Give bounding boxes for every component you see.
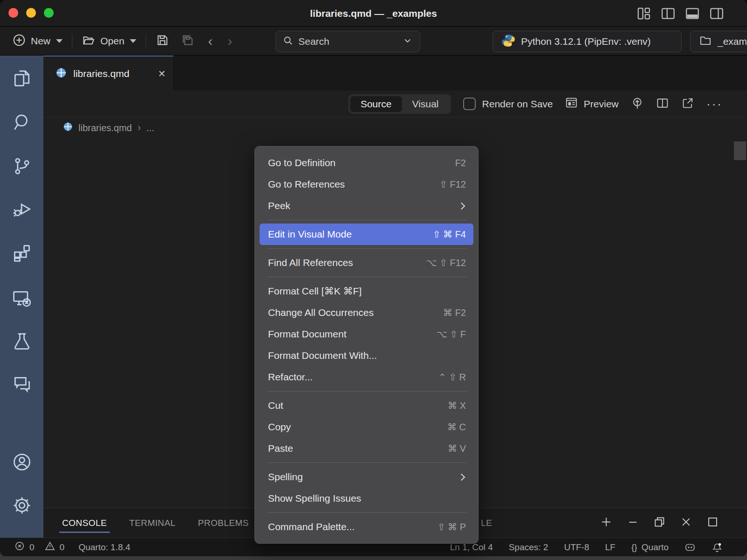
menu-item-shortcut: ⌃ ⇧ R <box>438 371 466 383</box>
panel-plus-icon[interactable] <box>600 516 613 530</box>
menu-item-label: Go to References <box>268 179 345 190</box>
braces-icon: {} <box>631 542 637 553</box>
source-control-icon[interactable] <box>12 156 32 176</box>
panel-tab-console[interactable]: CONSOLE <box>62 508 107 538</box>
toggle-primary-sidebar-icon[interactable] <box>660 6 676 23</box>
save-all-button[interactable] <box>179 30 197 52</box>
python-logo-icon <box>501 34 515 50</box>
panel-restore-icon[interactable] <box>653 516 666 530</box>
open-external-icon[interactable] <box>681 97 694 112</box>
preview-button[interactable]: Preview <box>565 96 619 112</box>
menu-item-go-to-definition[interactable]: Go to DefinitionF2 <box>255 152 478 174</box>
quarto-version-status[interactable]: Quarto: 1.8.4 <box>78 542 130 553</box>
visual-mode-button[interactable]: Visual <box>402 96 449 112</box>
menu-item-command-palette[interactable]: Command Palette...⇧ ⌘ P <box>255 516 478 538</box>
editor-scrollbar[interactable] <box>734 141 746 160</box>
menu-item-change-all-occurrences[interactable]: Change All Occurrences⌘ F2 <box>255 302 478 323</box>
new-button[interactable]: New <box>10 30 64 52</box>
error-icon <box>14 540 25 554</box>
search-sidebar-icon[interactable] <box>12 112 32 133</box>
panel-tab-fragment[interactable]: LE <box>481 508 492 538</box>
menu-item-cut[interactable]: Cut⌘ X <box>255 395 478 416</box>
menu-item-format-cell-k-f[interactable]: Format Cell [⌘K ⌘F] <box>255 280 478 302</box>
notifications-bell-icon[interactable] <box>712 542 723 553</box>
new-button-label: New <box>31 35 50 47</box>
save-all-icon <box>181 33 195 49</box>
menu-item-paste[interactable]: Paste⌘ V <box>255 438 478 459</box>
source-mode-button[interactable]: Source <box>350 96 402 112</box>
workspace-button[interactable]: _examples <box>690 31 747 52</box>
menu-item-label: Edit in Visual Mode <box>268 229 352 240</box>
menu-item-copy[interactable]: Copy⌘ C <box>255 416 478 438</box>
save-button[interactable] <box>154 30 171 52</box>
menu-item-shortcut: F2 <box>455 158 466 168</box>
panel-close-icon[interactable] <box>680 516 692 530</box>
testing-flask-icon[interactable] <box>12 331 32 351</box>
menu-item-label: Command Palette... <box>268 521 355 532</box>
menu-item-label: Refactor... <box>268 371 313 383</box>
panel-maximize-icon[interactable] <box>706 516 719 530</box>
editor-context-menu: Go to DefinitionF2Go to References⇧ F12P… <box>254 146 479 544</box>
toggle-panel-icon[interactable] <box>684 6 700 23</box>
explorer-icon[interactable] <box>12 68 32 89</box>
menu-item-show-spelling-issues[interactable]: Show Spelling Issues <box>255 488 478 509</box>
menu-separator <box>267 220 467 220</box>
language-mode-status[interactable]: {} Quarto <box>631 542 669 553</box>
menu-item-go-to-references[interactable]: Go to References⇧ F12 <box>255 174 478 195</box>
comments-icon[interactable] <box>12 374 32 394</box>
split-editor-icon[interactable] <box>656 97 669 112</box>
menu-item-label: Cut <box>268 400 283 411</box>
menu-item-label: Format Document With... <box>268 350 377 361</box>
menu-item-spelling[interactable]: Spelling <box>255 466 478 488</box>
language-label: Quarto <box>641 542 669 553</box>
interpreter-selector[interactable]: Python 3.12.1 (PipEnv: .venv) <box>493 31 682 52</box>
menu-item-format-document[interactable]: Format Document⌥ ⇧ F <box>255 323 478 345</box>
indentation-status[interactable]: Spaces: 2 <box>509 542 549 553</box>
toggle-secondary-sidebar-icon[interactable] <box>709 6 725 23</box>
navigate-back-button[interactable]: ‹ <box>204 34 216 48</box>
eol-status[interactable]: LF <box>605 542 615 553</box>
encoding-status[interactable]: UTF-8 <box>564 542 589 553</box>
menu-item-shortcut: ⇧ ⌘ F4 <box>433 229 466 240</box>
mode-toggle: Source Visual <box>348 94 451 114</box>
extensions-icon[interactable] <box>12 243 32 263</box>
copilot-icon[interactable] <box>684 542 696 553</box>
problems-status[interactable]: 0 0 <box>14 540 64 554</box>
account-icon[interactable] <box>12 452 32 472</box>
menu-item-label: Copy <box>268 421 291 433</box>
toolbar-divider <box>146 34 146 48</box>
navigate-forward-button[interactable]: › <box>224 34 236 48</box>
remote-explorer-icon[interactable] <box>12 288 32 308</box>
run-debug-icon[interactable] <box>12 199 32 219</box>
more-actions-icon[interactable]: ··· <box>706 99 723 109</box>
menu-separator <box>267 277 467 277</box>
menu-item-shortcut: ⌘ V <box>448 443 466 454</box>
panel-minimize-icon[interactable] <box>627 516 639 530</box>
customize-layout-icon[interactable] <box>636 6 652 23</box>
preview-icon <box>565 96 578 112</box>
menu-item-find-all-references[interactable]: Find All References⌥ ⇧ F12 <box>255 252 478 273</box>
menu-item-edit-in-visual-mode[interactable]: Edit in Visual Mode⇧ ⌘ F4 <box>260 224 473 245</box>
tab-libraries-qmd[interactable]: libraries.qmd ✕ <box>43 56 174 91</box>
breadcrumb-more[interactable]: ... <box>147 123 155 133</box>
menu-item-label: Peek <box>268 200 290 211</box>
panel-tab-problems[interactable]: PROBLEMS <box>198 508 249 538</box>
menu-item-format-document-with[interactable]: Format Document With... <box>255 345 478 366</box>
open-button[interactable]: Open <box>80 30 138 52</box>
menu-separator <box>267 391 467 392</box>
menu-item-label: Find All References <box>268 257 353 268</box>
submenu-chevron-icon <box>458 202 465 210</box>
menu-item-refactor[interactable]: Refactor...⌃ ⇧ R <box>255 366 478 388</box>
chevron-down-icon <box>56 39 63 43</box>
settings-gear-icon[interactable] <box>12 495 32 516</box>
panel-tab-terminal[interactable]: TERMINAL <box>129 508 176 538</box>
menu-item-label: Spelling <box>268 471 303 483</box>
publish-icon[interactable] <box>631 97 644 112</box>
menu-item-shortcut: ⌘ F2 <box>443 307 466 318</box>
preview-label: Preview <box>584 98 619 110</box>
global-search-input[interactable]: Search <box>275 31 420 52</box>
breadcrumb-file[interactable]: libraries.qmd <box>78 123 132 133</box>
menu-item-peek[interactable]: Peek <box>255 195 478 217</box>
render-on-save-checkbox[interactable] <box>463 98 476 110</box>
close-tab-icon[interactable]: ✕ <box>158 68 166 79</box>
